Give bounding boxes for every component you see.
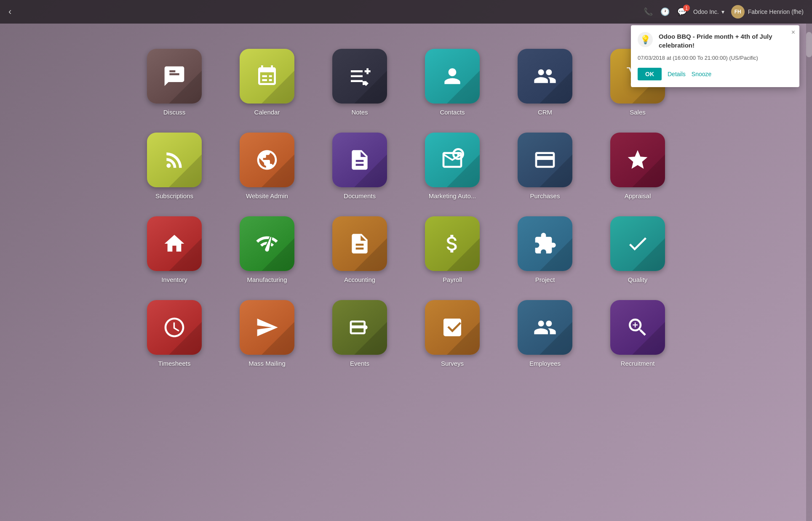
app-accounting[interactable]: Accounting bbox=[326, 216, 393, 283]
user-menu[interactable]: FH Fabrice Henrion (fhe) bbox=[731, 5, 804, 19]
sales-label: Sales bbox=[630, 109, 646, 116]
project-label: Project bbox=[535, 276, 555, 283]
app-website[interactable]: Website Admin bbox=[233, 133, 301, 199]
close-button[interactable]: × bbox=[791, 29, 795, 36]
appraisal-label: Appraisal bbox=[625, 192, 651, 199]
recruitment-label: Recruitment bbox=[621, 360, 655, 367]
app-timesheets[interactable]: Timesheets bbox=[141, 300, 208, 367]
scrollbar[interactable] bbox=[806, 24, 812, 521]
crm-label: CRM bbox=[538, 109, 552, 116]
employees-icon bbox=[518, 300, 572, 355]
documents-icon bbox=[332, 133, 387, 187]
company-selector[interactable]: Odoo Inc. ▾ bbox=[693, 8, 724, 15]
manufacturing-label: Manufacturing bbox=[247, 276, 287, 283]
scrollbar-thumb[interactable] bbox=[806, 32, 812, 57]
notif-datetime: 07/03/2018 at (16:00:00 To 21:00:00) (US… bbox=[638, 55, 793, 61]
notif-actions: OK Details Snooze bbox=[638, 68, 793, 80]
clock-icon[interactable]: 🕐 bbox=[660, 7, 670, 16]
project-icon bbox=[518, 216, 572, 271]
accounting-label: Accounting bbox=[344, 276, 375, 283]
app-project[interactable]: Project bbox=[511, 216, 579, 283]
phone-icon[interactable]: 📞 bbox=[644, 7, 653, 16]
marketing-label: Marketing Auto... bbox=[429, 192, 476, 199]
inventory-label: Inventory bbox=[161, 276, 187, 283]
details-link[interactable]: Details bbox=[668, 71, 686, 77]
notification-popup: × 💡 Odoo BBQ - Pride month + 4th of July… bbox=[631, 25, 799, 87]
appraisal-icon bbox=[610, 133, 665, 187]
app-surveys[interactable]: Surveys bbox=[419, 300, 486, 367]
calendar-label: Calendar bbox=[254, 109, 280, 116]
contacts-label: Contacts bbox=[440, 109, 465, 116]
payroll-icon bbox=[425, 216, 480, 271]
bulb-icon: 💡 bbox=[638, 32, 653, 47]
app-quality[interactable]: Quality bbox=[604, 216, 671, 283]
timesheets-label: Timesheets bbox=[158, 360, 191, 367]
events-label: Events bbox=[350, 360, 369, 367]
discuss-icon bbox=[147, 49, 202, 104]
quality-icon bbox=[610, 216, 665, 271]
quality-label: Quality bbox=[628, 276, 648, 283]
manufacturing-icon bbox=[240, 216, 294, 271]
app-marketing[interactable]: Marketing Auto... bbox=[419, 133, 486, 199]
main-content: DiscussCalendarNotesContactsCRMSalesSubs… bbox=[0, 24, 812, 521]
company-dropdown-icon: ▾ bbox=[721, 8, 724, 15]
back-button[interactable]: ‹ bbox=[8, 6, 11, 17]
app-purchases[interactable]: Purchases bbox=[511, 133, 579, 199]
ok-button[interactable]: OK bbox=[638, 68, 662, 80]
purchases-label: Purchases bbox=[530, 192, 560, 199]
apps-grid: DiscussCalendarNotesContactsCRMSalesSubs… bbox=[141, 49, 671, 367]
inventory-icon bbox=[147, 216, 202, 271]
website-label: Website Admin bbox=[246, 192, 288, 199]
app-massmailing[interactable]: Mass Mailing bbox=[233, 300, 301, 367]
surveys-icon bbox=[425, 300, 480, 355]
app-discuss[interactable]: Discuss bbox=[141, 49, 208, 116]
surveys-label: Surveys bbox=[441, 360, 464, 367]
discuss-label: Discuss bbox=[163, 109, 186, 116]
app-employees[interactable]: Employees bbox=[511, 300, 579, 367]
notes-label: Notes bbox=[351, 109, 368, 116]
app-payroll[interactable]: Payroll bbox=[419, 216, 486, 283]
employees-label: Employees bbox=[529, 360, 561, 367]
app-contacts[interactable]: Contacts bbox=[419, 49, 486, 116]
timesheets-icon bbox=[147, 300, 202, 355]
calendar-icon bbox=[240, 49, 294, 104]
topbar: ‹ 📞 🕐 💬 1 Odoo Inc. ▾ FH Fabrice Henrion… bbox=[0, 0, 812, 24]
purchases-icon bbox=[518, 133, 572, 187]
snooze-link[interactable]: Snooze bbox=[692, 71, 711, 77]
notification-badge: 1 bbox=[683, 5, 690, 11]
notif-header: 💡 Odoo BBQ - Pride month + 4th of July c… bbox=[638, 32, 793, 50]
events-icon bbox=[332, 300, 387, 355]
app-subscriptions[interactable]: Subscriptions bbox=[141, 133, 208, 199]
app-documents[interactable]: Documents bbox=[326, 133, 393, 199]
app-inventory[interactable]: Inventory bbox=[141, 216, 208, 283]
app-notes[interactable]: Notes bbox=[326, 49, 393, 116]
recruitment-icon bbox=[610, 300, 665, 355]
app-crm[interactable]: CRM bbox=[511, 49, 579, 116]
crm-icon bbox=[518, 49, 572, 104]
app-manufacturing[interactable]: Manufacturing bbox=[233, 216, 301, 283]
app-recruitment[interactable]: Recruitment bbox=[604, 300, 671, 367]
app-calendar[interactable]: Calendar bbox=[233, 49, 301, 116]
username: Fabrice Henrion (fhe) bbox=[748, 8, 804, 15]
notes-icon bbox=[332, 49, 387, 104]
subscriptions-label: Subscriptions bbox=[155, 192, 193, 199]
massmailing-icon bbox=[240, 300, 294, 355]
contacts-icon bbox=[425, 49, 480, 104]
app-events[interactable]: Events bbox=[326, 300, 393, 367]
chat-icon[interactable]: 💬 1 bbox=[677, 7, 686, 16]
massmailing-label: Mass Mailing bbox=[248, 360, 286, 367]
documents-label: Documents bbox=[344, 192, 376, 199]
payroll-label: Payroll bbox=[443, 276, 462, 283]
accounting-icon bbox=[332, 216, 387, 271]
notif-title: Odoo BBQ - Pride month + 4th of July cel… bbox=[659, 32, 793, 50]
subscriptions-icon bbox=[147, 133, 202, 187]
website-icon bbox=[240, 133, 294, 187]
app-appraisal[interactable]: Appraisal bbox=[604, 133, 671, 199]
avatar: FH bbox=[731, 5, 745, 19]
marketing-icon bbox=[425, 133, 480, 187]
company-name: Odoo Inc. bbox=[693, 8, 719, 15]
